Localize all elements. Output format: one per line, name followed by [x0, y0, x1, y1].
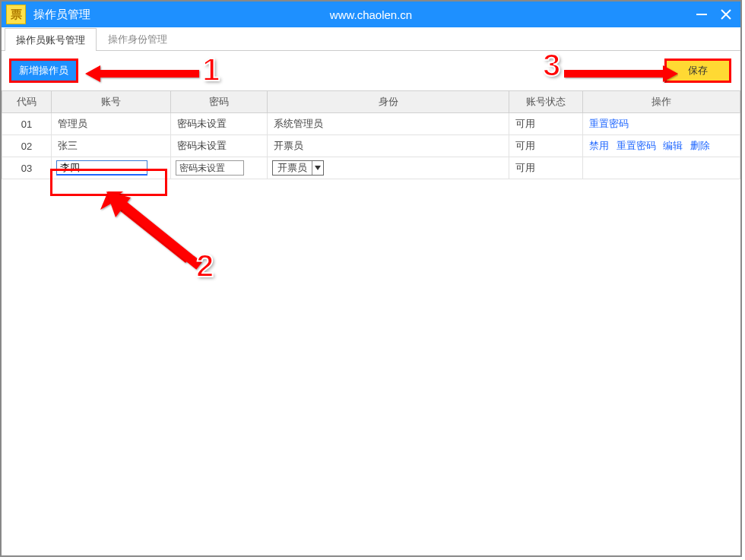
cell-status: 可用	[509, 113, 583, 135]
cell-account: 管理员	[52, 113, 171, 135]
col-header-account: 账号	[52, 91, 171, 113]
cell-ops: 重置密码	[583, 113, 740, 135]
window-title: 操作员管理	[33, 8, 90, 22]
cell-code: 02	[2, 135, 52, 157]
cell-role-editing: 开票员	[268, 157, 509, 179]
chevron-down-icon	[312, 161, 323, 175]
save-button[interactable]: 保存	[667, 61, 729, 81]
password-input-text: 密码未设置	[176, 162, 243, 175]
highlight-box-add: 新增操作员	[9, 59, 78, 83]
col-header-role: 身份	[268, 91, 509, 113]
window-url: www.chaolen.cn	[330, 8, 412, 21]
account-input[interactable]	[56, 160, 147, 176]
minimize-button[interactable]	[692, 5, 712, 24]
reset-password-link[interactable]: 重置密码	[617, 140, 656, 151]
table-row-editing: 03 密码未设置 开票员 可用	[2, 157, 740, 179]
table-row: 01 管理员 密码未设置 系统管理员 可用 重置密码	[2, 113, 740, 135]
highlight-box-save: 保存	[664, 59, 731, 83]
app-icon: 票	[6, 5, 26, 24]
edit-link[interactable]: 编辑	[663, 140, 683, 151]
app-window: 票 操作员管理 www.chaolen.cn 操作员账号管理 操作身份管理 新增…	[0, 0, 742, 557]
close-button[interactable]	[716, 5, 736, 24]
cell-code: 01	[2, 113, 52, 135]
cell-role: 开票员	[268, 135, 509, 157]
titlebar: 票 操作员管理 www.chaolen.cn	[2, 2, 740, 27]
tab-strip: 操作员账号管理 操作身份管理	[2, 27, 740, 51]
table-header-row: 代码 账号 密码 身份 账号状态 操作	[2, 91, 740, 113]
cell-account-editing	[52, 157, 171, 179]
disable-link[interactable]: 禁用	[589, 140, 609, 151]
annotation-arrow-2b	[100, 190, 214, 281]
role-select[interactable]: 开票员	[272, 160, 324, 176]
cell-account: 张三	[52, 135, 171, 157]
svg-marker-8	[106, 191, 131, 217]
cell-password: 密码未设置	[171, 113, 268, 135]
password-input[interactable]: 密码未设置	[176, 160, 244, 176]
table-row: 02 张三 密码未设置 开票员 可用 禁用 重置密码 编辑 删除	[2, 135, 740, 157]
add-operator-button[interactable]: 新增操作员	[11, 61, 76, 81]
cell-ops: 禁用 重置密码 编辑 删除	[583, 135, 740, 157]
annotation-number-2: 2	[196, 248, 214, 284]
col-header-password: 密码	[171, 91, 268, 113]
tab-account-management[interactable]: 操作员账号管理	[5, 28, 97, 51]
toolbar: 新增操作员 保存	[2, 51, 740, 90]
delete-link[interactable]: 删除	[690, 140, 710, 151]
cell-code: 03	[2, 157, 52, 179]
svg-marker-3	[315, 166, 321, 170]
col-header-status: 账号状态	[509, 91, 583, 113]
cell-password-editing: 密码未设置	[171, 157, 268, 179]
cell-status: 可用	[509, 135, 583, 157]
svg-line-7	[122, 204, 199, 266]
cell-password: 密码未设置	[171, 135, 268, 157]
tab-role-management[interactable]: 操作身份管理	[97, 27, 179, 50]
cell-role: 系统管理员	[268, 113, 509, 135]
annotation-arrow-2	[100, 191, 207, 275]
cell-status: 可用	[509, 157, 583, 179]
svg-marker-6	[100, 191, 192, 263]
operator-table: 代码 账号 密码 身份 账号状态 操作 01 管理员 密码未设置 系统管理员 可…	[2, 90, 740, 179]
col-header-code: 代码	[2, 91, 52, 113]
window-controls	[692, 2, 736, 27]
reset-password-link[interactable]: 重置密码	[589, 118, 629, 129]
role-select-text: 开票员	[273, 161, 312, 175]
cell-ops	[583, 157, 740, 179]
col-header-ops: 操作	[583, 91, 740, 113]
